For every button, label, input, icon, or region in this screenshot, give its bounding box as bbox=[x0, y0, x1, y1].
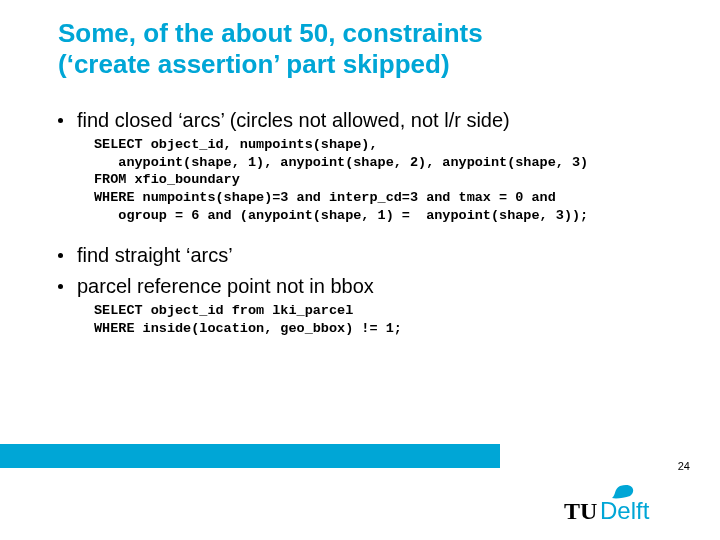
bullet-icon bbox=[58, 253, 63, 258]
tudelft-logo-icon: T U Delft bbox=[564, 484, 684, 526]
footer-accent-bar bbox=[0, 444, 500, 468]
title-line-2: (‘create assertion’ part skipped) bbox=[58, 49, 450, 79]
bullet-icon bbox=[58, 118, 63, 123]
svg-text:T: T bbox=[564, 498, 580, 524]
title-block: Some, of the about 50, constraints (‘cre… bbox=[0, 0, 720, 91]
slide-title: Some, of the about 50, constraints (‘cre… bbox=[58, 18, 720, 79]
svg-text:U: U bbox=[580, 498, 597, 524]
bullet-icon bbox=[58, 284, 63, 289]
list-item: parcel reference point not in bbox SELEC… bbox=[58, 273, 680, 337]
bullet-list: find closed ‘arcs’ (circles not allowed,… bbox=[58, 107, 680, 337]
bullet-text: parcel reference point not in bbox bbox=[77, 273, 374, 300]
svg-text:Delft: Delft bbox=[600, 497, 650, 524]
page-number: 24 bbox=[678, 460, 690, 472]
list-item: find closed ‘arcs’ (circles not allowed,… bbox=[58, 107, 680, 224]
slide: Some, of the about 50, constraints (‘cre… bbox=[0, 0, 720, 540]
tudelft-logo: T U Delft bbox=[564, 484, 684, 530]
code-block-1: SELECT object_id, numpoints(shape), anyp… bbox=[94, 136, 680, 224]
content-area: find closed ‘arcs’ (circles not allowed,… bbox=[0, 91, 720, 337]
code-block-2: SELECT object_id from lki_parcel WHERE i… bbox=[94, 302, 680, 337]
title-line-1: Some, of the about 50, constraints bbox=[58, 18, 483, 48]
bullet-text: find straight ‘arcs’ bbox=[77, 242, 233, 269]
bullet-text: find closed ‘arcs’ (circles not allowed,… bbox=[77, 107, 510, 134]
list-item: find straight ‘arcs’ bbox=[58, 242, 680, 269]
